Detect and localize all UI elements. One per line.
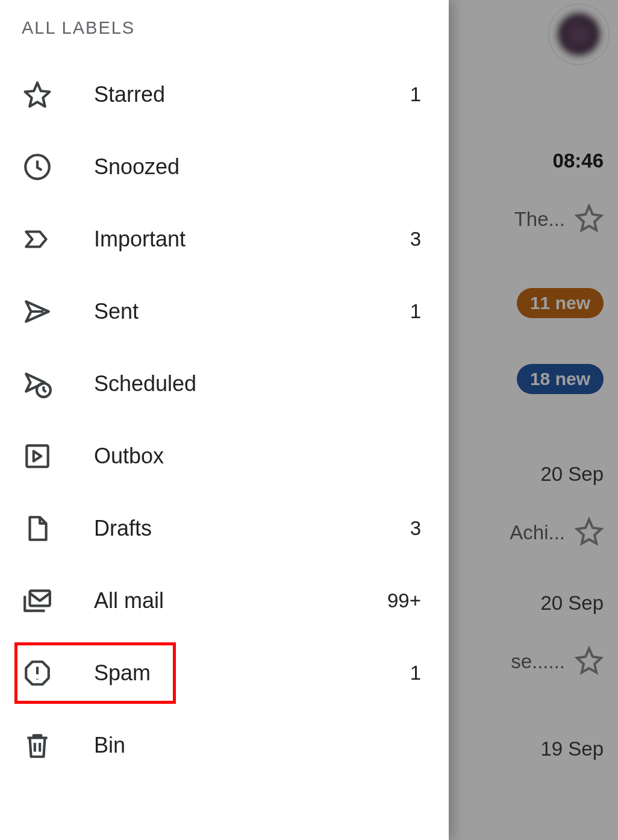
bin-icon [22, 730, 53, 761]
spam-icon [22, 657, 53, 689]
sidebar-item-label: Starred [94, 82, 410, 107]
outbox-icon [22, 440, 53, 472]
svg-rect-3 [30, 591, 50, 606]
scheduled-icon [22, 368, 53, 400]
sidebar-item-important[interactable]: Important 3 [0, 203, 449, 275]
sidebar-item-count: 3 [410, 228, 431, 251]
sidebar-item-count: 1 [410, 662, 431, 685]
sidebar-item-count: 1 [410, 300, 431, 323]
sidebar-item-spam[interactable]: Spam 1 [0, 637, 449, 709]
sidebar-item-drafts[interactable]: Drafts 3 [0, 492, 449, 565]
sidebar-item-sent[interactable]: Sent 1 [0, 275, 449, 348]
sidebar-item-label: Important [94, 227, 410, 252]
sidebar-item-bin[interactable]: Bin [0, 709, 449, 782]
sidebar-item-outbox[interactable]: Outbox [0, 420, 449, 492]
sidebar-item-label: All mail [94, 588, 387, 613]
send-icon [22, 296, 53, 327]
sidebar-item-count: 3 [410, 517, 431, 540]
star-icon [22, 79, 53, 110]
inbox-background: 08:46 The... 11 new 18 new 20 Sep Achi..… [449, 0, 618, 840]
draft-icon [22, 513, 53, 544]
svg-rect-2 [27, 445, 48, 466]
clock-icon [22, 151, 53, 183]
sidebar-item-label: Sent [94, 299, 410, 324]
sidebar-item-label: Bin [94, 733, 421, 758]
sidebar-item-snoozed[interactable]: Snoozed [0, 131, 449, 203]
sidebar-item-count: 1 [410, 83, 431, 106]
sidebar-item-scheduled[interactable]: Scheduled [0, 348, 449, 420]
sidebar-item-label: Scheduled [94, 371, 421, 396]
navigation-drawer: ALL LABELS Starred 1 Snoozed Important 3… [0, 0, 449, 840]
sidebar-item-count: 99+ [387, 589, 431, 612]
sidebar-item-allmail[interactable]: All mail 99+ [0, 565, 449, 637]
allmail-icon [22, 585, 53, 616]
sidebar-item-label: Snoozed [94, 154, 421, 180]
important-icon [22, 224, 53, 255]
sidebar-item-starred[interactable]: Starred 1 [0, 58, 449, 131]
sidebar-item-label: Drafts [94, 516, 410, 541]
sidebar-item-label: Spam [94, 660, 410, 686]
section-header: ALL LABELS [0, 12, 449, 58]
sidebar-item-label: Outbox [94, 444, 421, 469]
